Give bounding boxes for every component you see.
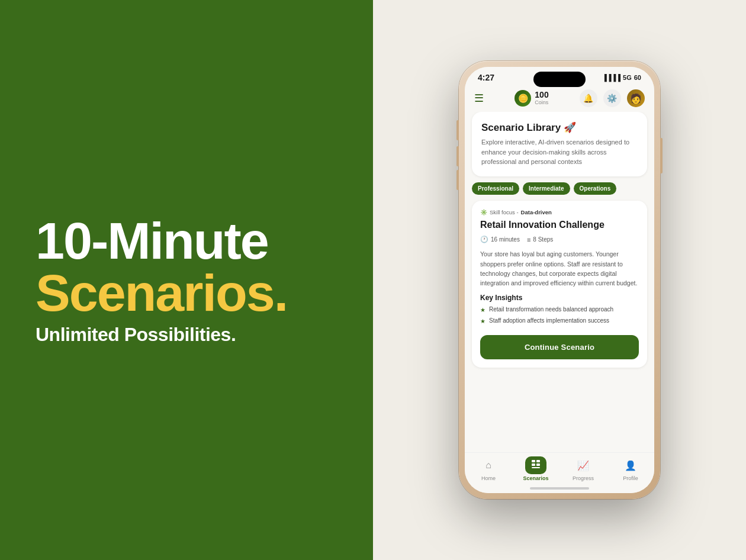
- tab-progress[interactable]: 📈 Progress: [567, 456, 600, 481]
- insight-2-text: Staff adoption affects implementation su…: [489, 317, 609, 325]
- steps-label: 8 Steps: [533, 236, 553, 243]
- headline-line2: Scenarios.: [36, 267, 337, 319]
- tab-profile[interactable]: 👤 Profile: [615, 456, 647, 481]
- tags-row: Professional Intermediate Operations: [472, 182, 647, 195]
- steps-icon: ≡: [527, 236, 530, 243]
- left-panel: 10-Minute Scenarios. Unlimited Possibili…: [0, 0, 373, 560]
- tab-home[interactable]: ⌂ Home: [472, 456, 505, 481]
- scroll-content: Scenario Library 🚀 Explore interactive, …: [465, 112, 654, 452]
- insight-1: ★ Retail transformation needs balanced a…: [480, 305, 639, 314]
- headline-line1: 10-Minute: [36, 215, 337, 267]
- tab-profile-label: Profile: [623, 475, 638, 481]
- tab-scenarios-label: Scenarios: [523, 475, 548, 481]
- tab-scenarios[interactable]: Scenarios: [520, 456, 552, 481]
- tab-home-label: Home: [481, 475, 496, 481]
- notification-button[interactable]: 🔔: [580, 89, 597, 107]
- dynamic-island: [533, 72, 586, 87]
- clock-icon: 🕐: [480, 236, 488, 243]
- skill-focus-label: Skill focus -: [490, 209, 519, 215]
- scenario-title: Retail Innovation Challenge: [480, 219, 639, 231]
- settings-button[interactable]: ⚙️: [603, 89, 621, 107]
- svg-rect-2: [532, 464, 535, 466]
- home-bar: [530, 487, 589, 490]
- app-header: ☰ 🪙 100 Coins 🔔 ⚙️ 🧑: [465, 85, 654, 112]
- skill-type: Data-driven: [521, 209, 552, 215]
- duration-meta: 🕐 16 minutes: [480, 236, 520, 243]
- duration-label: 16 minutes: [491, 236, 520, 243]
- insight-2: ★ Staff adoption affects implementation …: [480, 317, 639, 326]
- signal-type: 5G: [623, 74, 632, 81]
- scenarios-icon: [531, 459, 541, 471]
- svg-rect-0: [532, 460, 535, 462]
- continue-scenario-button[interactable]: Continue Scenario: [480, 335, 639, 359]
- scenario-card: ✳️ Skill focus - Data-driven Retail Inno…: [472, 201, 647, 368]
- tag-intermediate[interactable]: Intermediate: [523, 182, 570, 195]
- coin-icon: 🪙: [515, 90, 531, 107]
- star-icon-1: ★: [480, 306, 485, 314]
- library-card: Scenario Library 🚀 Explore interactive, …: [472, 112, 647, 176]
- header-icons: 🔔 ⚙️ 🧑: [580, 89, 645, 107]
- svg-rect-4: [532, 467, 540, 468]
- tab-progress-label: Progress: [573, 475, 594, 481]
- battery-icon: 60: [634, 74, 641, 81]
- svg-rect-1: [536, 460, 540, 462]
- tab-scenarios-icon-wrap: [525, 456, 546, 474]
- star-icon-2: ★: [480, 317, 485, 326]
- headline-line3: Unlimited Possibilities.: [36, 324, 337, 346]
- status-time: 4:27: [478, 73, 494, 82]
- progress-icon: 📈: [577, 460, 589, 471]
- scenario-description: Your store has loyal but aging customers…: [480, 249, 639, 288]
- status-icons: ▐▐▐▐ 5G 60: [602, 74, 641, 81]
- tag-operations[interactable]: Operations: [574, 182, 617, 195]
- home-indicator: [465, 484, 654, 493]
- bottom-tab-bar: ⌂ Home: [465, 452, 654, 484]
- key-insights-title: Key Insights: [480, 294, 639, 302]
- tab-profile-icon-wrap: 👤: [620, 456, 641, 474]
- avatar-button[interactable]: 🧑: [627, 89, 645, 107]
- svg-rect-3: [536, 464, 540, 466]
- phone-shell: 4:27 ▐▐▐▐ 5G 60 ☰ 🪙 100 Coins: [459, 61, 660, 499]
- scenario-meta: 🕐 16 minutes ≡ 8 Steps: [480, 236, 639, 243]
- coins-number: 100: [535, 91, 548, 99]
- tab-progress-icon-wrap: 📈: [573, 456, 594, 474]
- library-title: Scenario Library 🚀: [481, 121, 638, 134]
- coins-display: 🪙 100 Coins: [515, 90, 548, 107]
- skill-icon: ✳️: [480, 209, 487, 215]
- skill-focus-row: ✳️ Skill focus - Data-driven: [480, 209, 639, 215]
- steps-meta: ≡ 8 Steps: [527, 236, 553, 243]
- coins-label: Coins: [535, 100, 548, 106]
- tab-home-icon-wrap: ⌂: [478, 456, 499, 474]
- phone-screen: 4:27 ▐▐▐▐ 5G 60 ☰ 🪙 100 Coins: [465, 67, 654, 493]
- tag-professional[interactable]: Professional: [472, 182, 519, 195]
- signal-bars-icon: ▐▐▐▐: [602, 74, 620, 81]
- profile-icon: 👤: [625, 460, 636, 471]
- insight-1-text: Retail transformation needs balanced app…: [489, 305, 613, 314]
- menu-icon[interactable]: ☰: [474, 92, 484, 105]
- library-description: Explore interactive, AI-driven scenarios…: [481, 137, 638, 167]
- right-panel: 4:27 ▐▐▐▐ 5G 60 ☰ 🪙 100 Coins: [373, 0, 746, 560]
- home-icon: ⌂: [485, 460, 491, 471]
- coins-text: 100 Coins: [535, 91, 548, 105]
